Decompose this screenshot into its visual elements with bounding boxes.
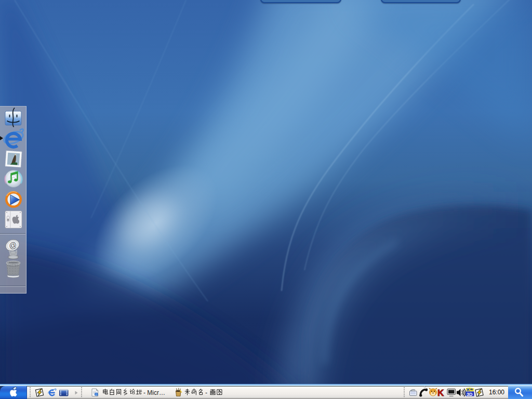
svg-text:K: K: [437, 388, 444, 398]
svg-text:-: -: [205, 389, 207, 396]
svg-text:- Micr…: - Micr…: [143, 389, 165, 396]
svg-text:3D: 3D: [467, 392, 473, 397]
